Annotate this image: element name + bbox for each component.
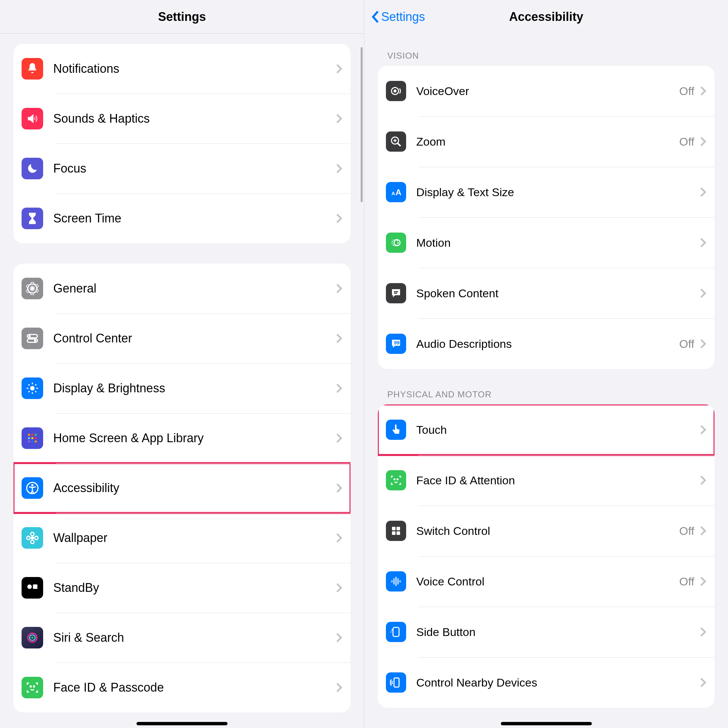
accessibility-content: VISION VoiceOver Off Zoom Off AA [364, 34, 728, 728]
settings-header: Settings [0, 0, 364, 34]
svg-rect-32 [33, 584, 37, 589]
row-display-brightness[interactable]: Display & Brightness [14, 363, 350, 413]
row-voiceover[interactable]: VoiceOver Off [378, 66, 714, 116]
svg-line-13 [28, 391, 29, 392]
chevron-right-icon [700, 187, 707, 197]
chevron-right-icon [336, 333, 343, 344]
svg-point-51 [394, 479, 395, 480]
svg-line-12 [35, 391, 36, 392]
svg-rect-56 [397, 532, 401, 535]
row-general[interactable]: General [14, 263, 350, 314]
row-value: Off [679, 337, 694, 350]
siri-icon [21, 627, 43, 648]
row-label: Accessibility [53, 481, 336, 495]
row-faceid-passcode[interactable]: Face ID & Passcode [14, 662, 350, 713]
row-switch-control[interactable]: Switch Control Off [378, 506, 714, 556]
textsize-icon: AA [386, 182, 406, 202]
svg-point-36 [30, 686, 31, 687]
chevron-right-icon [700, 475, 707, 486]
home-indicator[interactable] [136, 722, 228, 725]
svg-text:A: A [392, 190, 395, 196]
zoom-icon [386, 132, 406, 151]
row-zoom[interactable]: Zoom Off [378, 116, 714, 167]
row-label: Focus [53, 161, 336, 176]
row-label: Screen Time [53, 211, 336, 225]
row-nearby-devices[interactable]: Control Nearby Devices [378, 657, 714, 708]
hourglass-icon [21, 208, 43, 229]
svg-rect-54 [397, 527, 401, 531]
row-accessibility[interactable]: Accessibility [14, 463, 350, 513]
chevron-right-icon [700, 237, 707, 248]
row-spoken-content[interactable]: Spoken Content [378, 268, 714, 318]
accessibility-icon [21, 477, 43, 499]
row-focus[interactable]: Focus [14, 144, 350, 193]
svg-point-25 [31, 484, 34, 486]
svg-point-31 [27, 584, 32, 589]
row-value: Off [679, 525, 694, 538]
row-value: Off [679, 575, 694, 588]
settings-panel: Settings Notifications Sounds & Haptics [0, 0, 364, 728]
back-button[interactable]: Settings [371, 0, 425, 34]
row-screentime[interactable]: Screen Time [14, 193, 350, 243]
row-wallpaper[interactable]: Wallpaper [14, 513, 350, 563]
row-label: Face ID & Attention [416, 474, 700, 487]
svg-point-37 [34, 686, 34, 687]
svg-point-3 [28, 335, 31, 337]
row-label: StandBy [53, 581, 336, 595]
row-homescreen[interactable]: Home Screen & App Library [14, 413, 350, 463]
bell-icon [21, 58, 43, 80]
row-touch[interactable]: Touch [378, 404, 714, 455]
row-label: Audio Descriptions [416, 337, 679, 350]
chevron-right-icon [700, 627, 707, 637]
touch-icon [386, 420, 406, 440]
page-title: Settings [158, 10, 206, 24]
grid-icon [386, 521, 406, 541]
svg-point-5 [34, 340, 37, 342]
accessibility-header: Settings Accessibility [364, 0, 728, 34]
chevron-left-icon [371, 10, 379, 24]
row-controlcenter[interactable]: Control Center [14, 314, 350, 363]
speaker-icon [21, 108, 43, 129]
app-grid-icon [21, 427, 43, 449]
row-standby[interactable]: StandBy [14, 563, 350, 613]
svg-rect-62 [393, 627, 399, 637]
svg-point-19 [31, 437, 34, 439]
chevron-right-icon [336, 483, 343, 493]
svg-point-6 [30, 386, 34, 390]
row-faceid-attention[interactable]: Face ID & Attention [378, 455, 714, 506]
chevron-right-icon [336, 583, 343, 593]
row-label: Control Center [53, 331, 336, 346]
svg-point-20 [35, 437, 37, 439]
svg-point-18 [28, 437, 30, 439]
gear-icon [21, 278, 43, 299]
chevron-right-icon [336, 632, 343, 643]
row-label: Face ID & Passcode [53, 681, 336, 694]
chevron-right-icon [336, 283, 343, 294]
svg-point-26 [31, 536, 34, 540]
vision-group: VoiceOver Off Zoom Off AA Display & Text… [378, 66, 714, 369]
chevron-right-icon [700, 525, 707, 536]
svg-point-39 [394, 90, 397, 93]
row-label: Display & Brightness [53, 381, 336, 395]
row-siri[interactable]: Siri & Search [14, 613, 350, 662]
moon-icon [21, 158, 43, 179]
settings-group-1: Notifications Sounds & Haptics Focus [14, 44, 350, 243]
row-notifications[interactable]: Notifications [14, 44, 350, 94]
row-voice-control[interactable]: Voice Control Off [378, 556, 714, 607]
home-indicator[interactable] [501, 722, 592, 725]
row-label: Zoom [416, 135, 679, 148]
chevron-right-icon [336, 163, 343, 174]
chevron-right-icon [336, 433, 343, 444]
physical-group: Touch Face ID & Attention Switch Control… [378, 404, 714, 708]
speech-bubble-icon [386, 283, 406, 303]
svg-point-52 [397, 479, 398, 480]
svg-rect-55 [392, 532, 396, 535]
row-motion[interactable]: Motion [378, 217, 714, 268]
row-label: Sounds & Haptics [53, 112, 336, 126]
row-sounds[interactable]: Sounds & Haptics [14, 94, 350, 144]
standby-icon [21, 577, 43, 599]
row-side-button[interactable]: Side Button [378, 607, 714, 657]
chevron-right-icon [336, 213, 343, 224]
row-display-text[interactable]: AA Display & Text Size [378, 167, 714, 217]
row-audio-descriptions[interactable]: 99 Audio Descriptions Off [378, 318, 714, 369]
